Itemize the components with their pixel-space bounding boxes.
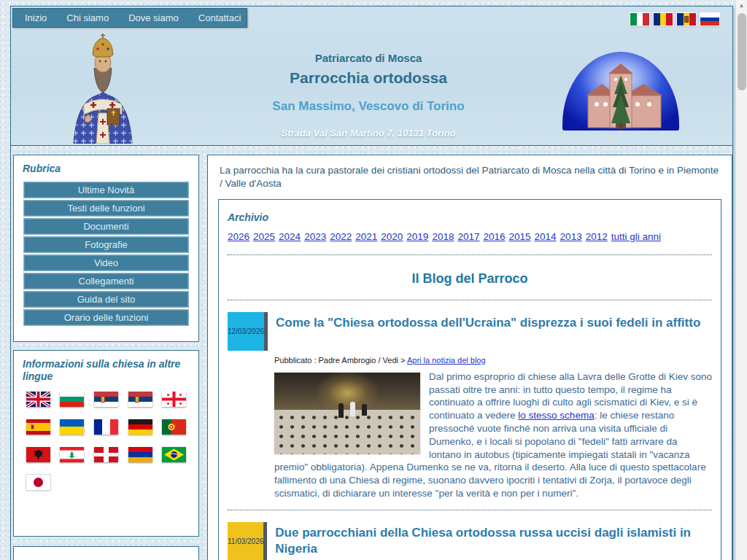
flag-russia-icon[interactable] xyxy=(700,13,719,26)
flag-germany-icon[interactable] xyxy=(128,419,152,435)
flag-georgia-icon[interactable] xyxy=(162,392,186,407)
sidebar-item-video[interactable]: Video xyxy=(23,254,189,271)
rubrica-title: Rubrica xyxy=(23,163,191,175)
top-navigation: Inizio Chi siamo Dove siamo Contattaci xyxy=(12,8,247,28)
post-image-church-interior[interactable] xyxy=(274,373,420,454)
post-body: Dal primo esproprio di chiese alla Lavra… xyxy=(274,370,712,500)
archive-year-link[interactable]: 2016 xyxy=(483,231,505,242)
saint-massimo-icon xyxy=(63,33,142,147)
archive-year-link[interactable]: 2024 xyxy=(279,231,301,242)
sidebar-rubrica: Rubrica Ultime Novità Testi delle funzio… xyxy=(13,155,199,342)
nav-item-dove-siamo[interactable]: Dove siamo xyxy=(128,12,179,23)
patriarchate-title: Patriarcato di Mosca xyxy=(150,52,587,64)
post-meta: Pubblicato : Padre Ambrogio / Vedi > Apr… xyxy=(274,356,712,365)
blog-panel: Archivio 2026202520242023202220212020201… xyxy=(218,199,721,560)
sidebar-extra-box xyxy=(13,546,199,560)
nav-item-chi-siamo[interactable]: Chi siamo xyxy=(66,12,109,23)
scrollbar-thumb[interactable] xyxy=(738,13,746,90)
archive-year-link[interactable]: 2015 xyxy=(509,231,531,242)
archive-year-link[interactable]: 2025 xyxy=(253,231,275,242)
blog-post: 11/03/2026 Due parrocchiani della Chiesa… xyxy=(228,522,712,560)
archive-year-link[interactable]: 2019 xyxy=(406,231,428,242)
archive-year-link[interactable]: 2022 xyxy=(330,231,352,242)
archive-title: Archivio xyxy=(228,211,712,223)
blog-post: 12/03/2026 Come la "Chiesa ortodossa del… xyxy=(228,312,712,500)
sidebar-item-ultime-novita[interactable]: Ultime Novità xyxy=(23,182,189,198)
archive-year-links: 2026202520242023202220212020201920182017… xyxy=(228,230,712,244)
archive-year-link[interactable]: 2023 xyxy=(304,231,326,242)
flag-france-icon[interactable] xyxy=(94,419,118,435)
archive-year-link[interactable]: 2026 xyxy=(228,231,249,242)
dotted-divider xyxy=(228,510,712,510)
page-container: Inizio Chi siamo Dove siamo Contattaci xyxy=(10,6,733,560)
main-content: La parrocchia ha la cura pastorale dei c… xyxy=(207,155,732,560)
sidebar-item-guida-del-sito[interactable]: Guida del sito xyxy=(23,291,189,308)
nav-item-contattaci[interactable]: Contattaci xyxy=(198,12,241,23)
flag-united-kingdom-icon[interactable] xyxy=(26,392,50,407)
parish-subtitle: San Massimo, Vescovo di Torino xyxy=(150,99,587,114)
parish-intro-text: La parrocchia ha la cura pastorale dei c… xyxy=(220,164,720,190)
nav-item-inizio[interactable]: Inizio xyxy=(25,12,47,23)
archive-year-link[interactable]: 2020 xyxy=(381,231,403,242)
language-switcher xyxy=(630,13,719,26)
languages-title: Informazioni sulla chiesa in altre lingu… xyxy=(23,358,191,383)
scrollbar-up-arrow-icon[interactable]: ▲ xyxy=(736,0,747,11)
flag-ukraine-icon[interactable] xyxy=(60,419,84,435)
flag-spain-icon[interactable] xyxy=(26,419,50,435)
dotted-divider xyxy=(228,300,712,300)
site-titles: Patriarcato di Mosca Parrocchia ortodoss… xyxy=(150,52,587,139)
flag-brazil-icon[interactable] xyxy=(162,447,186,462)
archive-year-link[interactable]: 2021 xyxy=(355,231,377,242)
parish-address: Strada Val San Martino 7, 10131 Torino xyxy=(150,128,587,139)
archive-year-link[interactable]: 2012 xyxy=(586,231,608,242)
sidebar-item-fotografie[interactable]: Fotografie xyxy=(23,236,189,253)
flag-romania-icon[interactable] xyxy=(654,13,673,26)
post-title[interactable]: Due parrocchiani della Chiesa ortodossa … xyxy=(275,522,712,558)
sidebar-item-orario-delle-funzioni[interactable]: Orario delle funzioni xyxy=(23,309,189,326)
language-flag-grid xyxy=(21,392,191,490)
post-date-badge: 12/03/2026 xyxy=(228,312,268,351)
flag-italy-icon[interactable] xyxy=(630,13,649,26)
open-blog-entry-link[interactable]: Apri la notizia del blog xyxy=(407,356,486,365)
archive-all-years-link[interactable]: tutti gli anni xyxy=(611,231,661,242)
site-header: Inizio Chi siamo Dove siamo Contattaci xyxy=(11,7,732,146)
sidebar-languages: Informazioni sulla chiesa in altre lingu… xyxy=(13,350,199,537)
archive-year-link[interactable]: 2017 xyxy=(457,231,479,242)
post-date-badge: 11/03/2026 xyxy=(228,522,267,560)
post-title[interactable]: Come la "Chiesa ortodossa dell'Ucraina" … xyxy=(276,312,700,331)
flag-serbia-icon[interactable] xyxy=(94,392,118,407)
flag-albania-icon[interactable] xyxy=(26,447,50,462)
parish-title: Parrocchia ortodossa xyxy=(150,69,587,87)
dotted-divider xyxy=(228,254,712,255)
flag-bulgaria-icon[interactable] xyxy=(60,392,84,407)
sidebar-item-testi-delle-funzioni[interactable]: Testi delle funzioni xyxy=(23,200,189,217)
archive-year-link[interactable]: 2013 xyxy=(560,231,582,242)
archive-year-link[interactable]: 2018 xyxy=(432,231,454,242)
flag-armenia-icon[interactable] xyxy=(128,447,152,462)
flag-savoy-icon[interactable] xyxy=(94,447,118,462)
sidebar-item-documenti[interactable]: Documenti xyxy=(23,218,189,235)
flag-moldova-icon[interactable] xyxy=(677,13,696,26)
post-meta-prefix: Pubblicato : Padre Ambrogio / Vedi > xyxy=(274,356,407,365)
post-inline-link[interactable]: lo stesso schema xyxy=(518,410,594,421)
sidebar-item-collegamenti[interactable]: Collegamenti xyxy=(23,273,189,289)
scrollbar[interactable]: ▲ xyxy=(735,0,747,560)
blog-title: Il Blog del Parroco xyxy=(228,271,712,287)
flag-serbia-alt-icon[interactable] xyxy=(128,392,152,407)
flag-lebanon-icon[interactable] xyxy=(60,447,84,462)
archive-year-link[interactable]: 2014 xyxy=(535,231,557,242)
flag-japan-icon[interactable] xyxy=(26,475,50,490)
flag-portugal-icon[interactable] xyxy=(162,419,186,435)
